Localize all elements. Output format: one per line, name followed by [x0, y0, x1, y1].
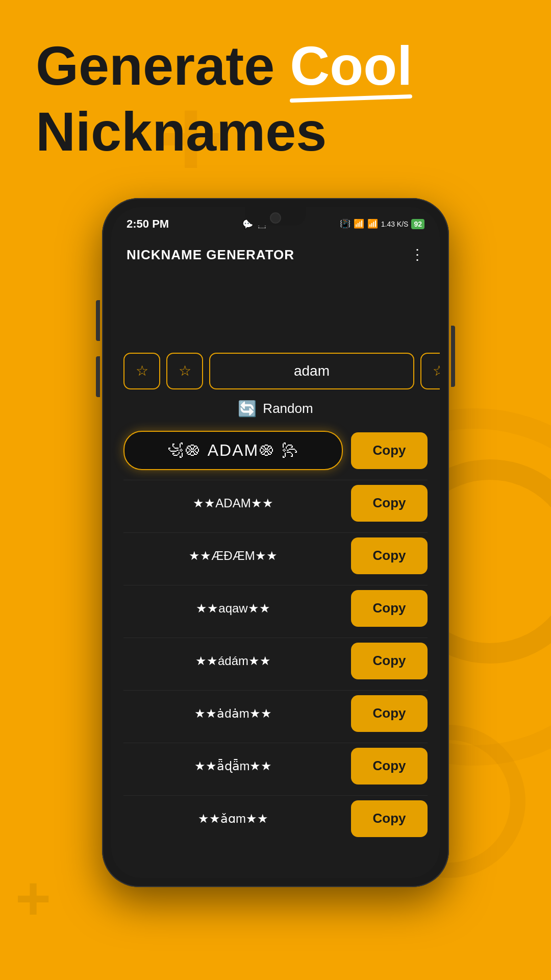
copy-button-5[interactable]: Copy	[351, 695, 428, 732]
signal-icon: 📶	[367, 218, 378, 229]
menu-button[interactable]: ⋮	[410, 248, 424, 262]
header-cool-text: Cool	[290, 36, 412, 96]
nickname-2: ★★ÆÐÆM★★	[123, 549, 351, 563]
header-generate-text: Generate	[36, 35, 290, 96]
copy-button-4[interactable]: Copy	[351, 643, 428, 679]
style-prev2-button[interactable]: ☆	[166, 353, 203, 389]
name-input[interactable]	[209, 353, 414, 389]
status-time: 2:50 PM	[127, 217, 169, 231]
copy-button-3[interactable]: Copy	[351, 590, 428, 627]
phone-outer-frame: 2:50 PM 💬 ⬚ 📳 📶 📶 1.43 K/S 92 NICKNAME G…	[102, 198, 449, 887]
result-row-5: ★★ȧdȧm★★ Copy	[123, 693, 428, 734]
nickname-3: ★★aqaw★★	[123, 601, 351, 616]
network-speed: 1.43 K/S	[381, 220, 409, 228]
separator-5	[123, 743, 428, 743]
result-row-3: ★★aqaw★★ Copy	[123, 587, 428, 629]
result-row-7: ★★ǎɑm★★ Copy	[123, 798, 428, 840]
copy-button-2[interactable]: Copy	[351, 537, 428, 574]
separator-4	[123, 690, 428, 691]
header-section: Generate Cool Nicknames	[0, 0, 551, 178]
power-button	[451, 326, 455, 387]
header-line1: Generate Cool	[36, 36, 515, 96]
copy-button-0[interactable]: Copy	[351, 432, 428, 469]
nickname-4: ★★ádám★★	[123, 654, 351, 668]
input-row: ☆ ☆ ☆	[123, 353, 428, 389]
app-bar: NICKNAME GENERATOR ⋮	[111, 239, 440, 271]
wifi-icon: 📶	[354, 218, 364, 229]
star-icon-right: ☆	[433, 362, 440, 379]
nickname-7: ★★ǎɑm★★	[123, 812, 351, 826]
result-row-4: ★★ádám★★ Copy	[123, 640, 428, 682]
phone-notch	[245, 207, 306, 226]
battery-badge: 92	[411, 219, 424, 229]
status-right-icons: 📳 📶 📶 1.43 K/S 92	[340, 218, 424, 229]
vibrate-icon: 📳	[340, 218, 350, 229]
star-icon-left2: ☆	[179, 362, 191, 379]
nickname-6: ★★ǟɖǟm★★	[123, 759, 351, 773]
result-row-2: ★★ÆÐÆM★★ Copy	[123, 535, 428, 577]
random-icon: 🔄	[238, 400, 257, 418]
copy-button-1[interactable]: Copy	[351, 485, 428, 522]
separator-0	[123, 480, 428, 480]
separator-3	[123, 638, 428, 638]
copy-button-6[interactable]: Copy	[351, 748, 428, 785]
separator-1	[123, 532, 428, 533]
separator-2	[123, 585, 428, 585]
style-prev-button[interactable]: ☆	[123, 353, 160, 389]
result-row-1: ★★ADAM★★ Copy	[123, 482, 428, 524]
volume-up-button	[96, 300, 100, 341]
nickname-1: ★★ADAM★★	[123, 496, 351, 510]
phone-screen: 2:50 PM 💬 ⬚ 📳 📶 📶 1.43 K/S 92 NICKNAME G…	[111, 207, 440, 878]
phone-camera	[270, 212, 281, 224]
style-next-button[interactable]: ☆	[420, 353, 440, 389]
separator-6	[123, 795, 428, 796]
app-title: NICKNAME GENERATOR	[127, 247, 294, 263]
copy-button-7[interactable]: Copy	[351, 800, 428, 837]
random-label[interactable]: Random	[263, 401, 313, 416]
result-row-featured: ꧁𑁍 ADAM𑁍 ꧂ Copy	[123, 430, 428, 472]
volume-down-button	[96, 356, 100, 397]
nickname-5: ★★ȧdȧm★★	[123, 706, 351, 721]
phone-mockup-wrapper: 2:50 PM 💬 ⬚ 📳 📶 📶 1.43 K/S 92 NICKNAME G…	[0, 198, 551, 887]
featured-nickname: ꧁𑁍 ADAM𑁍 ꧂	[123, 431, 343, 470]
result-row-6: ★★ǟɖǟm★★ Copy	[123, 745, 428, 787]
star-icon-left: ☆	[136, 362, 148, 379]
header-line2: Nicknames	[36, 102, 515, 162]
app-content: ☆ ☆ ☆ 🔄 Random	[111, 271, 440, 848]
random-row: 🔄 Random	[123, 400, 428, 418]
